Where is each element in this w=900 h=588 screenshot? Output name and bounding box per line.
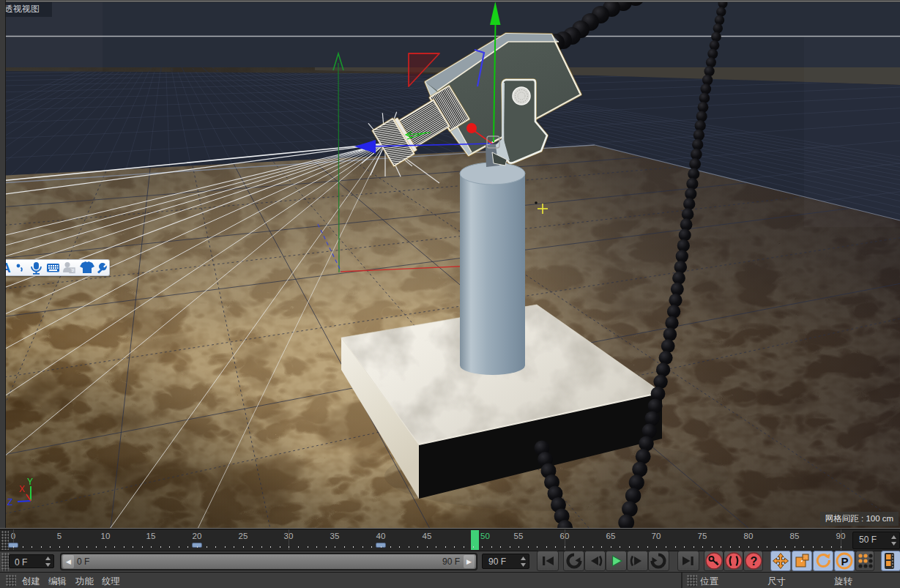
svg-text:Z: Z (7, 497, 12, 507)
svg-text:X: X (19, 484, 25, 494)
svg-text:P: P (841, 555, 849, 567)
svg-text:S: S (71, 268, 75, 273)
svg-text:?: ? (751, 555, 758, 567)
svg-text:A: A (6, 260, 11, 275)
svg-text:Y: Y (27, 477, 33, 487)
